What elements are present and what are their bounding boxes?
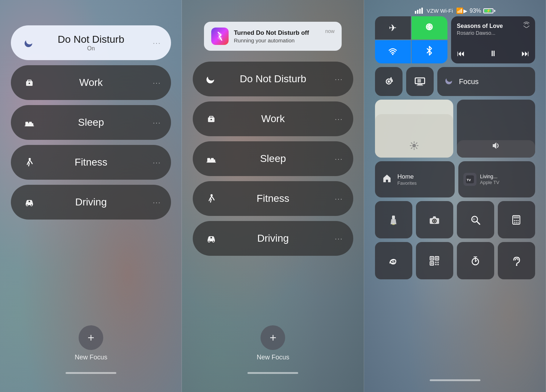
control-center: ✈ <box>371 16 539 279</box>
svg-rect-71 <box>435 264 437 265</box>
svg-rect-45 <box>392 216 395 219</box>
work-dots-left[interactable]: ··· <box>153 79 161 87</box>
volume-slider[interactable] <box>457 100 535 158</box>
calculator-tile[interactable] <box>498 201 535 238</box>
music-info: Seasons of Love Rosario Dawso... <box>457 21 529 46</box>
bluetooth-icon <box>426 46 433 58</box>
prev-track-button[interactable]: ⏮ <box>457 49 465 58</box>
left-focus-list: Do Not Disturb On ··· Work ··· <box>11 25 171 325</box>
status-left: VZW Wi-Fi 📶 <box>415 7 463 14</box>
qr-code-tile[interactable] <box>416 242 453 279</box>
connectivity-grid: ✈ <box>375 16 447 63</box>
cc-sliders-row <box>375 100 535 158</box>
camera-tile[interactable] <box>416 201 453 238</box>
battery-percent: 93% <box>470 8 481 14</box>
home-tile[interactable]: Home Favorites <box>375 161 455 197</box>
svg-point-60 <box>516 222 517 224</box>
appletv-text: Living... Apple TV <box>480 174 499 185</box>
music-tile[interactable]: Seasons of Love Rosario Dawso... ⏮ ⏸ ⏭ <box>451 16 535 63</box>
shazam-tile[interactable]: S <box>375 242 412 279</box>
svg-point-34 <box>412 144 416 147</box>
fitness-label-left: Fitness <box>38 157 144 168</box>
dnd-item-middle[interactable]: Do Not Disturb ··· <box>193 62 353 96</box>
signal-bars <box>415 8 423 14</box>
home-indicator-right <box>430 379 480 381</box>
fitness-dots-middle[interactable]: ··· <box>335 195 343 203</box>
magnifier-tile[interactable] <box>457 201 494 238</box>
new-focus-left[interactable]: + New Focus <box>75 325 107 361</box>
svg-rect-70 <box>437 262 439 263</box>
notification-banner[interactable]: Turned Do Not Disturb off Running your a… <box>204 22 342 51</box>
home-subtitle: Favorites <box>397 180 417 186</box>
sleep-dots-left[interactable]: ··· <box>153 118 161 127</box>
new-focus-circle-middle: + <box>261 325 285 350</box>
airplane-icon: ✈ <box>389 22 397 34</box>
focus-cc-tile[interactable]: Focus <box>437 67 535 96</box>
svg-rect-64 <box>431 257 433 259</box>
home-indicator-left <box>66 372 116 374</box>
focus-cc-label: Focus <box>459 78 479 86</box>
svg-point-2 <box>29 83 30 84</box>
fitness-label-middle: Fitness <box>220 193 326 204</box>
svg-rect-1 <box>28 80 31 82</box>
driving-icon-left <box>21 194 38 210</box>
focus-moon-icon <box>445 76 454 87</box>
appletv-tile[interactable]: TV Living... Apple TV <box>458 161 535 197</box>
sleep-item-middle[interactable]: Sleep ··· <box>193 141 353 176</box>
wifi-tile[interactable] <box>375 40 411 63</box>
work-item-middle[interactable]: Work ··· <box>193 101 353 136</box>
hearing-tile[interactable] <box>498 242 535 279</box>
sleep-dots-middle[interactable]: ··· <box>335 155 343 163</box>
status-right: ▶ 93% ⚡ <box>463 8 495 14</box>
flashlight-tile[interactable] <box>375 201 412 238</box>
location-icon: ▶ <box>463 8 467 14</box>
cellular-icon <box>424 22 434 34</box>
next-track-button[interactable]: ⏭ <box>521 49 529 58</box>
fitness-item-left[interactable]: Fitness ··· <box>11 145 171 180</box>
bluetooth-tile[interactable] <box>412 40 447 63</box>
battery-lightning: ⚡ <box>484 9 493 13</box>
work-item-left[interactable]: Work ··· <box>11 65 171 100</box>
brightness-icon <box>409 141 419 153</box>
fitness-dots-left[interactable]: ··· <box>153 158 161 167</box>
cc-icon-grid-top <box>375 201 535 238</box>
svg-point-14 <box>211 119 212 120</box>
svg-point-27 <box>392 54 393 55</box>
svg-rect-29 <box>388 80 390 83</box>
cc-row-2: Focus <box>375 67 535 96</box>
pause-button[interactable]: ⏸ <box>489 49 497 58</box>
driving-icon-middle <box>203 230 220 247</box>
right-panel: VZW Wi-Fi 📶 ▶ 93% ⚡ <box>364 0 546 392</box>
cellular-tile[interactable] <box>412 16 447 39</box>
svg-point-56 <box>514 220 515 221</box>
svg-line-42 <box>411 148 412 149</box>
battery-body: ⚡ <box>483 8 493 13</box>
fitness-item-middle[interactable]: Fitness ··· <box>193 181 353 216</box>
driving-item-middle[interactable]: Driving ··· <box>193 221 353 256</box>
svg-rect-16 <box>207 158 210 160</box>
svg-line-51 <box>477 221 480 224</box>
notification-title: Turned Do Not Disturb off <box>234 29 320 37</box>
driving-dots-left[interactable]: ··· <box>153 198 161 207</box>
svg-point-78 <box>516 264 517 266</box>
signal-bar-4 <box>421 8 423 14</box>
driving-dots-middle[interactable]: ··· <box>335 234 343 243</box>
sleep-item-left[interactable]: Sleep ··· <box>11 105 171 140</box>
driving-item-left[interactable]: Driving ··· <box>11 185 171 220</box>
work-dots-middle[interactable]: ··· <box>335 115 343 123</box>
dnd-item-left[interactable]: Do Not Disturb On ··· <box>11 25 171 60</box>
rotation-lock-tile[interactable] <box>375 67 403 96</box>
dnd-dots-left[interactable]: ··· <box>153 39 161 47</box>
dnd-dots-middle[interactable]: ··· <box>335 75 343 83</box>
screen-mirror-tile[interactable] <box>406 67 434 96</box>
status-bar: VZW Wi-Fi 📶 ▶ 93% ⚡ <box>410 4 501 16</box>
svg-rect-23 <box>211 237 212 238</box>
fitness-icon-middle <box>203 190 220 207</box>
airplane-mode-tile[interactable]: ✈ <box>375 16 411 39</box>
svg-rect-4 <box>25 122 28 124</box>
new-focus-middle[interactable]: + New Focus <box>257 325 289 361</box>
timer-tile[interactable] <box>457 242 494 279</box>
brightness-slider[interactable] <box>375 100 453 158</box>
svg-rect-18 <box>207 162 216 163</box>
svg-point-10 <box>31 204 33 206</box>
